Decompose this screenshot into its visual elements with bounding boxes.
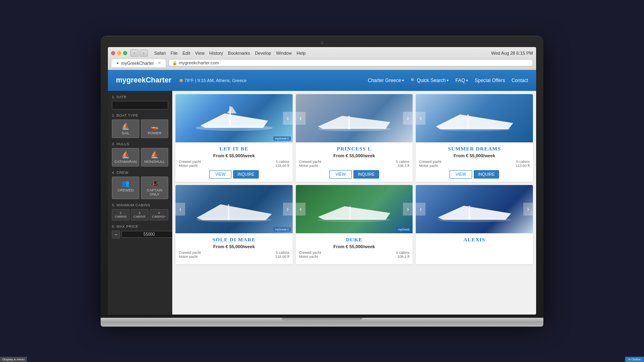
- inquire-button-3[interactable]: INQUIRE: [474, 170, 500, 179]
- price-control: − ··· +: [112, 230, 168, 239]
- nav-charter-greece[interactable]: Charter Greece ▾: [368, 78, 405, 83]
- yacht-svg-4: [182, 190, 287, 228]
- yacht-type-1: Crewed yacht Motor yacht: [179, 160, 201, 168]
- view-button-1[interactable]: VIEW: [209, 170, 232, 179]
- menu-history[interactable]: History: [209, 51, 223, 56]
- svg-rect-9: [349, 206, 351, 220]
- carousel-prev-4[interactable]: ‹: [175, 203, 185, 216]
- yacht-card: ‹ › ALEXIS: [416, 185, 533, 264]
- filter-hulls: 3. HULLS ⛵ CATAMARAN ⛵ MONOHULL: [112, 142, 168, 167]
- yacht-image-3: ‹: [416, 94, 533, 142]
- crew-label: 4. CREW: [112, 171, 168, 175]
- yacht-svg-2: [301, 99, 407, 138]
- type-sail[interactable]: ⛵ SAIL: [112, 119, 139, 138]
- close-button[interactable]: [111, 51, 115, 55]
- yacht-specs-2: 5 cabins 108.3 ft: [396, 160, 410, 168]
- crew-crewed[interactable]: 👥 CREWED: [112, 177, 139, 199]
- carousel-next-2[interactable]: ›: [403, 112, 413, 125]
- svg-rect-5: [467, 114, 469, 129]
- cabin-2[interactable]: 2 CABINS: [112, 209, 130, 220]
- carousel-prev-3[interactable]: ‹: [416, 112, 425, 125]
- filter-crew: 4. CREW 👥 CREWED 🎩 CAPTAIN ONLY: [112, 171, 168, 199]
- screen-bezel: ‹ › Safari File Edit View History Bookma…: [101, 36, 543, 318]
- sidebar: 1. DATE 2. BOAT TYPE ⛵ SAIL: [108, 91, 172, 315]
- carousel-prev-2[interactable]: ‹: [296, 112, 305, 125]
- menu-safari[interactable]: Safari: [154, 51, 166, 56]
- menu-file[interactable]: File: [171, 51, 178, 56]
- yacht-image-5: ‹ › myGreek: [296, 185, 413, 233]
- time-display: Wed Aug 28 6:15 PM: [491, 51, 533, 56]
- cabin-3[interactable]: 3 CABINS: [131, 209, 149, 220]
- menu-window[interactable]: Window: [276, 51, 292, 56]
- svg-rect-1: [229, 106, 231, 125]
- yacht-details-5: Crewed yacht Motor yacht 5 cabins 108.3 …: [299, 251, 410, 259]
- menu-view[interactable]: View: [195, 51, 204, 56]
- menu-edit[interactable]: Edit: [182, 51, 190, 56]
- yacht-info-1: LET IT BE From € 55,000/week Crewed yach…: [175, 142, 293, 182]
- header-nav: Charter Greece ▾ 🔍 Quick Search ▾ FAQ ▾: [368, 78, 528, 83]
- carousel-next-6[interactable]: ›: [523, 203, 533, 216]
- view-button-3[interactable]: VIEW: [450, 170, 472, 179]
- yacht-specs-4: 5 cabins 118.00 ft: [275, 251, 289, 259]
- minimize-button[interactable]: [117, 51, 121, 55]
- carousel-next-5[interactable]: ›: [403, 203, 413, 216]
- type-power[interactable]: 🚤 POWER: [141, 119, 168, 138]
- captain-label: CAPTAIN ONLY: [143, 188, 166, 196]
- forward-button[interactable]: ›: [140, 49, 148, 57]
- browser-tab[interactable]: ● myGreekCharter ✕: [111, 59, 166, 67]
- power-label: POWER: [148, 131, 161, 135]
- screen: ‹ › Safari File Edit View History Bookma…: [108, 47, 536, 315]
- main-content: 1. DATE 2. BOAT TYPE ⛵ SAIL: [108, 91, 536, 315]
- menu-develop[interactable]: Develop: [255, 51, 271, 56]
- yacht-price-5: From € 55,000/week: [299, 244, 410, 249]
- carousel-prev-6[interactable]: ‹: [416, 203, 425, 216]
- yacht-name-6: ALEXIS: [419, 237, 530, 243]
- yacht-image-4: ‹ › myGreek C: [175, 185, 293, 233]
- yacht-image-2: ‹ ›: [296, 94, 413, 142]
- yacht-svg-1: [182, 99, 287, 138]
- maximize-button[interactable]: [123, 51, 127, 55]
- cabin-grid: 2 CABINS 3 CABINS 4 CABINS+: [112, 209, 168, 220]
- carousel-next-4[interactable]: ›: [283, 203, 293, 216]
- yacht-info-5: DUKE From € 55,000/week Crewed yacht Mot…: [296, 233, 413, 264]
- yacht-card: ‹ › myGreek C SOLE DI MARE From € 55,000…: [175, 185, 293, 264]
- hull-monohull[interactable]: ⛵ MONOHULL: [141, 148, 168, 167]
- menu-bookmarks[interactable]: Bookmarks: [228, 51, 250, 56]
- carousel-next-1[interactable]: ›: [283, 112, 293, 125]
- yacht-specs-5: 5 cabins 108.3 ft: [396, 251, 410, 259]
- chevron-down-icon: ▾: [402, 78, 404, 82]
- yacht-card: ‹ › PRINCESS L From € 55,000/week Crewed…: [296, 94, 413, 182]
- inquire-button-2[interactable]: INQUIRE: [353, 170, 379, 179]
- yacht-price-1: From € 55,000/week: [179, 153, 289, 158]
- nav-faq[interactable]: FAQ ▾: [455, 78, 468, 83]
- address-bar[interactable]: 🔒 mygreekcharter.com: [169, 59, 533, 66]
- monohull-label: MONOHULL: [144, 160, 165, 164]
- yacht-details-4: Crewed yacht Motor yacht 5 cabins 118.00…: [179, 251, 289, 259]
- date-input[interactable]: [112, 101, 168, 109]
- carousel-prev-5[interactable]: ‹: [296, 203, 305, 216]
- nav-special-offers[interactable]: Special Offers: [475, 78, 505, 83]
- inquire-button-1[interactable]: INQUIRE: [233, 170, 259, 179]
- view-button-2[interactable]: VIEW: [329, 170, 352, 179]
- hull-catamaran[interactable]: ⛵ CATAMARAN: [112, 148, 139, 167]
- price-decrease-btn[interactable]: −: [112, 230, 120, 239]
- yacht-svg-3: [422, 99, 527, 138]
- crew-captain-only[interactable]: 🎩 CAPTAIN ONLY: [141, 177, 168, 199]
- hulls-grid: ⛵ CATAMARAN ⛵ MONOHULL: [112, 148, 168, 167]
- chevron-down-icon-faq: ▾: [466, 78, 468, 82]
- yacht-actions-1: VIEW INQUIRE: [179, 170, 289, 179]
- cabin-4plus[interactable]: 4 CABINS+: [150, 209, 168, 220]
- menu-help[interactable]: Help: [297, 51, 306, 56]
- yacht-details-2: Crewed yacht Motor yacht 5 cabins 108.3 …: [299, 160, 410, 168]
- nav-quick-search[interactable]: 🔍 Quick Search ▾: [411, 78, 449, 83]
- back-button[interactable]: ‹: [130, 49, 138, 57]
- site-header: mygreekCharter 79°F | 9:15 AM, Athens, G…: [108, 70, 536, 91]
- logo[interactable]: mygreekCharter: [116, 76, 171, 84]
- price-input[interactable]: [122, 231, 172, 238]
- weather-icon: [180, 79, 183, 82]
- yacht-price-4: From € 55,000/week: [179, 244, 289, 249]
- sail-label: SAIL: [122, 131, 130, 135]
- tab-title: myGreekCharter: [121, 61, 154, 66]
- nav-contact[interactable]: Contact: [512, 78, 528, 83]
- yacht-info-4: SOLE DI MARE From € 55,000/week Crewed y…: [175, 233, 293, 264]
